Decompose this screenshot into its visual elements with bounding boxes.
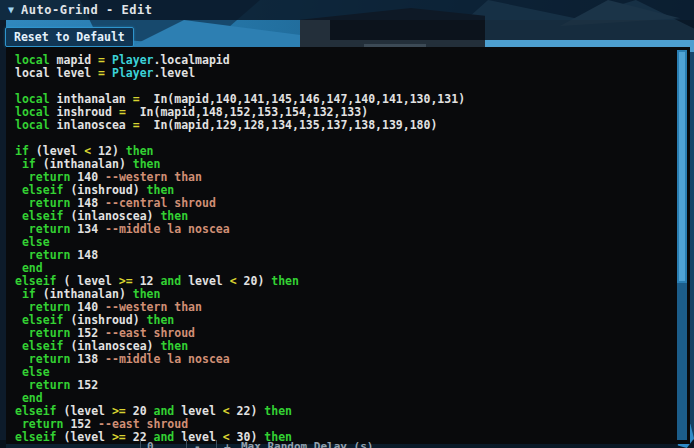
code-line: local inlanoscea = In(mapid,129,128,134,… [15,119,690,132]
increment-button[interactable]: + [224,441,231,448]
code-line: return 134 --middle la noscea [15,223,690,236]
collapse-triangle-icon[interactable]: ▼ [8,0,14,20]
code-line: return 148 [15,249,690,262]
reset-to-default-button[interactable]: Reset to Default [5,27,134,47]
scrollbar-thumb[interactable] [677,50,687,283]
separator [216,440,217,448]
scrollbar-thumb-highlight [679,52,685,281]
code-line: local level = Player.level [15,67,690,80]
title-bar[interactable]: ▼ Auto-Grind - Edit [0,0,694,20]
max-random-delay-label: Max Random Delay (s) [241,441,373,448]
underlying-ui-row: 0 - + Max Random Delay (s) [0,440,694,448]
separator [140,440,141,448]
code-lines-container: local mapid = Player.localmapidlocal lev… [15,54,690,444]
code-line: return 152 [15,379,690,392]
max-random-delay-value[interactable]: 0 [147,441,154,448]
separator [186,440,187,448]
decrement-button[interactable]: - [194,441,201,448]
code-line: return 138 --middle la noscea [15,353,690,366]
code-line: else [15,236,690,249]
code-line: else [15,366,690,379]
scrollbar-track[interactable] [677,50,687,440]
code-editor[interactable]: local mapid = Player.localmapidlocal lev… [6,47,690,444]
background-dark-band [330,20,694,40]
window-title: Auto-Grind - Edit [21,3,152,17]
